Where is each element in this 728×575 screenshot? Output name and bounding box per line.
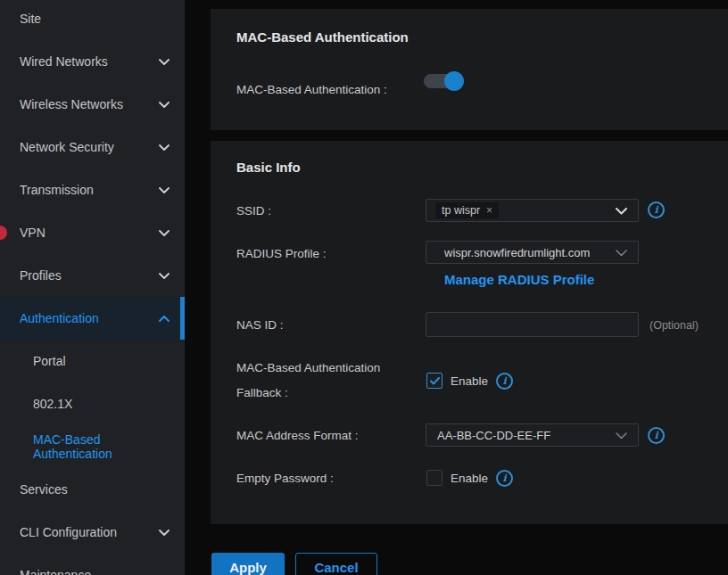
chevron-down-icon	[616, 250, 627, 257]
sidebar-item-maintenance[interactable]: Maintenance	[0, 563, 185, 575]
fallback-label-line1: MAC-Based Authentication	[236, 361, 380, 374]
sidebar-item-label: Wired Networks	[20, 54, 108, 69]
chevron-down-icon	[159, 144, 170, 151]
info-icon[interactable]: i	[496, 470, 513, 487]
sidebar-item-label: Network Security	[20, 140, 114, 154]
check-icon	[430, 377, 440, 385]
sidebar-item-portal[interactable]: Portal	[0, 349, 185, 374]
sidebar-item-label: Wireless Networks	[20, 97, 123, 111]
mac-address-format-select[interactable]: AA-BB-CC-DD-EE-FF	[426, 423, 639, 447]
panel-title: MAC-Based Authentication	[236, 29, 409, 45]
sidebar-item-label: Services	[20, 482, 68, 497]
radius-profile-label: RADIUS Profile :	[236, 247, 327, 260]
sidebar-item-authentication[interactable]: Authentication	[0, 306, 185, 331]
sidebar-item-label: 802.1X	[33, 397, 72, 411]
chevron-up-icon	[159, 316, 170, 322]
sidebar-item-label: Maintenance	[20, 568, 91, 575]
mac-based-authentication-toggle[interactable]	[424, 74, 461, 88]
mac-based-authentication-label: MAC-Based Authentication :	[236, 83, 387, 96]
radius-profile-value: wispr.snowfiredrumlight.com	[426, 246, 590, 259]
sidebar-item-network-security[interactable]: Network Security	[0, 135, 185, 160]
empty-password-label: Empty Password :	[236, 472, 334, 485]
sidebar-item-8021x[interactable]: 802.1X	[0, 391, 185, 416]
sidebar-item-wired-networks[interactable]: Wired Networks	[0, 49, 185, 74]
sidebar-item-label: Portal	[33, 354, 66, 368]
ssid-chip-text: tp wispr	[442, 204, 480, 217]
ssid-label: SSID :	[236, 204, 271, 218]
chevron-down-icon	[616, 208, 627, 215]
chevron-down-icon	[159, 187, 170, 193]
manage-radius-profile-link[interactable]: Manage RADIUS Profile	[444, 272, 594, 287]
info-icon[interactable]: i	[496, 373, 513, 390]
chevron-down-icon	[159, 102, 170, 108]
sidebar-item-cli-configuration[interactable]: CLI Configuration	[0, 520, 185, 545]
panel-title: Basic Info	[236, 160, 301, 175]
mac-address-format-value: AA-BB-CC-DD-EE-FF	[426, 429, 550, 442]
sidebar-item-wireless-networks[interactable]: Wireless Networks	[0, 92, 185, 117]
nas-id-label: NAS ID :	[236, 318, 284, 332]
mac-based-authentication-panel: MAC-Based Authentication MAC-Based Authe…	[211, 9, 728, 130]
toggle-knob	[444, 71, 464, 91]
chevron-down-icon	[616, 432, 627, 439]
sidebar-item-mac-based-authentication[interactable]: MAC-Based Authentication	[0, 432, 185, 461]
info-icon[interactable]: i	[648, 201, 665, 218]
apply-button[interactable]: Apply	[211, 553, 285, 575]
sidebar-item-services[interactable]: Services	[0, 477, 185, 502]
sidebar-item-site[interactable]: Site	[0, 6, 185, 31]
sidebar-item-label: Transmission	[20, 183, 94, 197]
sidebar-item-label: VPN	[20, 226, 46, 240]
sidebar-item-label: MAC-Based Authentication	[33, 432, 140, 461]
sidebar-item-label: CLI Configuration	[20, 525, 117, 539]
chevron-down-icon	[159, 230, 170, 236]
fallback-enable-checkbox[interactable]	[426, 373, 443, 389]
chevron-down-icon	[159, 273, 170, 279]
chevron-down-icon	[159, 59, 170, 65]
fallback-enable-label: Enable	[451, 374, 488, 388]
sidebar-item-transmission[interactable]: Transmission	[0, 177, 185, 202]
basic-info-panel: Basic Info SSID : tp wispr × i RADIUS Pr…	[211, 141, 728, 524]
chevron-down-icon	[159, 530, 170, 536]
sidebar: Site Wired Networks Wireless Networks Ne…	[0, 0, 185, 575]
sidebar-item-label: Site	[20, 12, 41, 26]
empty-password-enable-checkbox[interactable]	[426, 470, 443, 486]
sidebar-item-label: Authentication	[20, 311, 99, 325]
sidebar-item-profiles[interactable]: Profiles	[0, 263, 185, 288]
chip-remove-icon[interactable]: ×	[486, 204, 492, 217]
ssid-select[interactable]: tp wispr ×	[426, 199, 639, 222]
ssid-chip: tp wispr ×	[435, 202, 499, 218]
nas-id-optional-hint: (Optional)	[649, 319, 699, 332]
info-icon[interactable]: i	[648, 427, 665, 444]
mac-address-format-label: MAC Address Format :	[236, 429, 359, 442]
radius-profile-select[interactable]: wispr.snowfiredrumlight.com	[426, 241, 639, 264]
nas-id-input[interactable]	[426, 312, 639, 337]
cancel-button[interactable]: Cancel	[295, 553, 377, 575]
fallback-label-line2: Fallback :	[236, 386, 288, 399]
sidebar-item-vpn[interactable]: VPN	[0, 220, 185, 245]
sidebar-item-label: Profiles	[20, 268, 62, 283]
empty-password-enable-label: Enable	[451, 472, 488, 485]
